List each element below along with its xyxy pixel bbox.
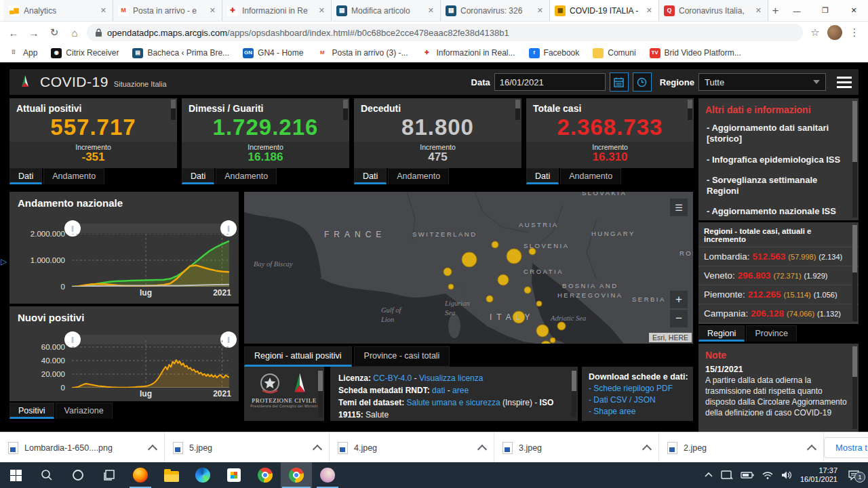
panel-scrollbar[interactable] [171, 100, 176, 120]
download-link[interactable]: - Shape aree [582, 406, 693, 418]
taskbar-clock[interactable]: 17:37 16/01/2021 [800, 466, 837, 484]
bookmark-item[interactable]: ⠿ App [8, 48, 37, 58]
bookmark-item[interactable]: TV Brid Video Platform... [650, 48, 741, 58]
region-row[interactable]: Emilia-Romagna: 203.558 [698, 323, 859, 324]
browser-menu-icon[interactable]: ⋮ [846, 24, 863, 41]
italy-map[interactable]: SLOVAKIAFRANCESWITZERLANDAUSTRIAHUNGARYS… [244, 192, 693, 344]
map-bubble[interactable] [507, 249, 521, 264]
search-icon[interactable] [31, 462, 62, 488]
tab-andamento[interactable]: Andamento [560, 168, 621, 184]
panel-scrollbar[interactable] [318, 371, 323, 417]
tab-dati[interactable]: Dati [526, 168, 559, 184]
tab-close-icon[interactable]: ✕ [536, 6, 545, 15]
volume-icon[interactable] [781, 470, 793, 480]
map-bubble[interactable] [524, 287, 531, 293]
map-bubble[interactable] [486, 296, 493, 302]
info-link[interactable]: - Infografica epidemiologica ISS [698, 150, 859, 170]
browser-tab[interactable]: ▄▆ Analytics ✕ [4, 0, 113, 21]
browser-tab[interactable]: ▦ COVID-19 ITALIA - ✕ [550, 0, 659, 21]
chevron-up-icon[interactable] [148, 444, 157, 453]
layer-list-icon[interactable]: ☰ [670, 199, 688, 216]
map-bubble[interactable] [536, 325, 549, 337]
tab-province[interactable]: Province [746, 325, 797, 342]
region-row[interactable]: Piemonte: 212.265 (15.114) (1.056) [698, 285, 859, 304]
tab-close-icon[interactable]: ✕ [317, 6, 326, 15]
bookmark-item[interactable]: ✚ Informazioni in Real... [421, 48, 515, 58]
browser-tab[interactable]: Q Coronavirus Italia, ✕ [659, 0, 768, 21]
tab-andamento[interactable]: Andamento [388, 168, 449, 184]
tab-andamento[interactable]: Andamento [216, 168, 277, 184]
map-bubble[interactable] [492, 241, 498, 248]
tablet-icon[interactable] [721, 470, 733, 480]
store-icon[interactable] [218, 462, 250, 488]
salute-link[interactable]: Salute umana e sicurezza [406, 398, 500, 407]
map-bubble[interactable] [498, 274, 509, 285]
map-bubble[interactable] [550, 338, 555, 343]
dashboard-menu-icon[interactable] [837, 77, 852, 88]
calendar-icon[interactable] [610, 73, 629, 92]
expand-left-panel-icon[interactable]: ▷ [1, 257, 7, 266]
map-bubble[interactable] [557, 322, 566, 330]
tab-positivi[interactable]: Positivi [9, 403, 54, 419]
bookmark-item[interactable]: ▤ Bacheca ‹ Prima Bre... [132, 48, 229, 58]
cortana-icon[interactable] [62, 462, 94, 488]
panel-scrollbar[interactable] [343, 100, 348, 120]
tab-regioni-attuali[interactable]: Regioni - attuali positivi [244, 346, 352, 367]
download-item[interactable]: Lombardia-1-650....png [0, 432, 165, 463]
url-bar[interactable]: opendatadpc.maps.arcgis.com/apps/opsdash… [87, 24, 803, 41]
map-bubble[interactable] [443, 268, 452, 276]
browser-tab[interactable]: ✚ Informazioni in Re ✕ [222, 0, 332, 21]
bookmark-item[interactable]: GN GN4 - Home [243, 48, 303, 58]
chrome-icon[interactable] [250, 462, 281, 488]
firefox-icon[interactable] [125, 462, 156, 488]
map-bubble[interactable] [448, 284, 454, 289]
download-item[interactable]: 5.jpeg [165, 432, 330, 463]
panel-scrollbar[interactable] [852, 346, 857, 429]
tray-chevron-up-icon[interactable] [704, 472, 713, 479]
bookmark-item[interactable]: ◉ Citrix Receiver [51, 48, 119, 58]
dati-link[interactable]: dati [432, 386, 445, 395]
map-bubble[interactable] [513, 311, 525, 323]
zoom-in-button[interactable]: + [670, 291, 688, 308]
region-row[interactable]: Lombardia: 512.563 (57.998) (2.134) [698, 247, 859, 266]
license-link[interactable]: CC-BY-4.0 [373, 373, 412, 383]
back-icon[interactable]: ← [5, 24, 22, 41]
tab-dati[interactable]: Dati [182, 168, 214, 184]
tab-close-icon[interactable]: ✕ [99, 6, 108, 15]
info-link[interactable]: - Aggiornamento nazionale ISS [698, 201, 859, 220]
view-license-link[interactable]: Visualizza licenza [419, 373, 484, 383]
chevron-up-icon[interactable] [313, 444, 322, 453]
bookmark-star-icon[interactable]: ☆ [807, 24, 823, 41]
download-item[interactable]: 3.jpeg [494, 432, 659, 463]
panel-scrollbar[interactable] [852, 101, 857, 218]
region-row[interactable]: Campania: 206.128 (74.066) (1.132) [698, 304, 859, 323]
zoom-out-button[interactable]: − [670, 310, 688, 327]
start-icon[interactable] [0, 462, 31, 488]
wifi-icon[interactable] [762, 471, 774, 480]
download-link[interactable]: - Dati CSV / JSON [582, 394, 693, 406]
tab-close-icon[interactable]: ✕ [427, 6, 435, 15]
window-minimize-button[interactable]: — [783, 0, 811, 21]
browser-tab[interactable]: M Posta in arrivo - e ✕ [113, 0, 222, 21]
profile-avatar[interactable] [827, 25, 842, 40]
tab-dati[interactable]: Dati [354, 168, 387, 184]
download-item[interactable]: 2.jpeg [659, 432, 824, 463]
tab-close-icon[interactable]: ✕ [754, 6, 763, 15]
panel-scrollbar[interactable] [688, 100, 692, 120]
tab-close-icon[interactable]: ✕ [208, 6, 217, 15]
region-row[interactable]: Veneto: 296.803 (72.371) (1.929) [698, 266, 859, 285]
reload-icon[interactable]: ↻ [46, 24, 62, 41]
new-tab-button[interactable]: + [768, 0, 783, 21]
chevron-up-icon[interactable] [807, 444, 816, 453]
panel-scrollbar[interactable] [852, 225, 857, 321]
info-link[interactable]: - Sorveglianza settimanale Regioni [698, 170, 859, 202]
download-link[interactable]: - Schede riepilogo PDF [582, 383, 693, 394]
tab-andamento[interactable]: Andamento [43, 168, 104, 184]
paint-icon[interactable] [312, 462, 343, 488]
clock-icon[interactable] [633, 73, 652, 92]
panel-scrollbar[interactable] [515, 100, 520, 120]
browser-tab[interactable]: ▤ Coronavirus: 326 ✕ [441, 0, 550, 21]
bookmark-item[interactable]: f Facebook [529, 48, 580, 58]
tab-close-icon[interactable]: ✕ [645, 6, 654, 15]
panel-scrollbar[interactable] [572, 371, 576, 417]
